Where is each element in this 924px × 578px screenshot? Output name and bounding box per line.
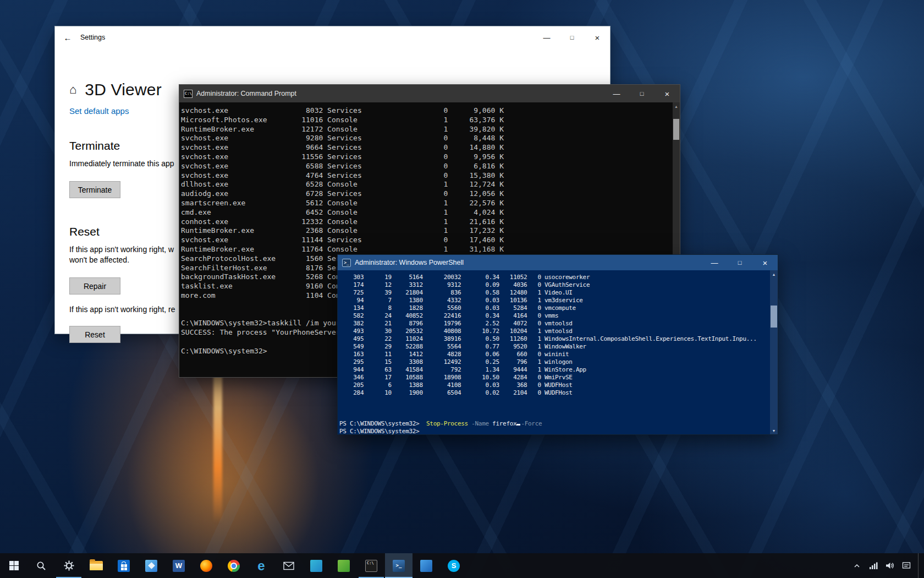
powershell-idle-prompt[interactable]: PS C:\WINDOWS\system32> bbox=[339, 428, 769, 434]
powershell-app-icon: >_ bbox=[342, 259, 351, 267]
desktop: ← Settings — □ × ⌂ 3D Viewer Set default… bbox=[0, 0, 924, 578]
app-icon-teal bbox=[310, 560, 322, 572]
console-line: 944 63 41584 792 1.34 9444 1 WinStore.Ap… bbox=[339, 366, 769, 374]
console-line: 174 12 3312 9312 0.09 4036 0 VGAuthServi… bbox=[339, 281, 769, 289]
scroll-up-icon[interactable]: ▲ bbox=[770, 270, 778, 278]
taskbar-photos-button[interactable] bbox=[138, 553, 165, 578]
ps-token-parameter-name: -Name bbox=[471, 420, 489, 427]
minimize-icon: — bbox=[543, 34, 551, 42]
back-arrow-icon: ← bbox=[64, 33, 72, 42]
repair-description-line1: If this app isn't working right, w bbox=[69, 245, 174, 254]
console-line: Microsoft.Photos.exe 11016 Console 1 63,… bbox=[181, 116, 671, 125]
taskbar-search-button[interactable] bbox=[28, 553, 55, 578]
app-icon-green bbox=[338, 560, 350, 572]
powershell-scrollbar[interactable]: ▲ ▼ bbox=[770, 270, 778, 434]
cmd-titlebar[interactable]: C:\ Administrator: Command Prompt — □ × bbox=[179, 85, 680, 102]
terminate-description: Immediately terminate this app bbox=[69, 159, 174, 168]
console-line: 94 7 1380 4332 0.03 10136 1 vm3dservice bbox=[339, 297, 769, 304]
console-line: 346 17 10588 18908 10.50 4284 0 WmiPrvSE bbox=[339, 374, 769, 381]
repair-button[interactable]: Repair bbox=[69, 277, 120, 295]
console-line: RuntimeBroker.exe 11764 Console 1 31,168… bbox=[181, 245, 671, 254]
console-line bbox=[339, 412, 769, 420]
taskbar-firefox-button[interactable] bbox=[193, 553, 220, 578]
back-button[interactable]: ← bbox=[55, 26, 80, 48]
ps-token-argument: firefox bbox=[492, 420, 516, 427]
photos-icon bbox=[145, 560, 157, 572]
chevron-up-icon bbox=[853, 562, 861, 570]
console-line: RuntimeBroker.exe 12172 Console 1 39,820… bbox=[181, 125, 671, 134]
text-cursor-icon bbox=[516, 424, 520, 426]
maximize-button[interactable]: □ bbox=[559, 26, 585, 48]
taskbar-edge-button[interactable]: e bbox=[248, 553, 275, 578]
start-button[interactable] bbox=[0, 553, 28, 578]
cmd-maximize-button[interactable]: □ bbox=[629, 85, 654, 102]
minimize-icon: — bbox=[711, 259, 718, 267]
console-line: smartscreen.exe 5612 Console 1 22,576 K bbox=[181, 199, 671, 208]
console-line: svchost.exe 8032 Services 0 9,060 K bbox=[181, 106, 671, 116]
console-line: conhost.exe 12332 Console 1 21,616 K bbox=[181, 217, 671, 227]
ps-close-button[interactable]: × bbox=[752, 255, 778, 270]
taskbar-mail-button[interactable] bbox=[275, 553, 302, 578]
cmd-close-button[interactable]: × bbox=[654, 85, 680, 102]
console-line: svchost.exe 9664 Services 0 14,880 K bbox=[181, 143, 671, 152]
console-line bbox=[339, 405, 769, 412]
powershell-titlebar[interactable]: >_ Administrator: Windows PowerShell — □… bbox=[338, 255, 778, 270]
minimize-icon: — bbox=[613, 90, 620, 98]
powershell-console-output[interactable]: 303 19 5164 20032 0.34 11052 0 usocorewo… bbox=[338, 270, 778, 434]
console-line: 495 22 11024 38916 0.50 11260 1 WindowsI… bbox=[339, 335, 769, 343]
taskbar-powershell-button[interactable]: >_ bbox=[385, 553, 413, 578]
ps-token-cmdlet: Stop-Process bbox=[426, 420, 468, 427]
console-line: audiodg.exe 6728 Services 0 12,056 K bbox=[181, 189, 671, 199]
minimize-button[interactable]: — bbox=[534, 26, 559, 48]
gear-icon bbox=[64, 560, 74, 571]
page-title: 3D Viewer bbox=[85, 80, 162, 99]
show-desktop-button[interactable] bbox=[918, 553, 921, 578]
cmd-scrollbar-thumb[interactable] bbox=[673, 119, 679, 140]
taskbar-word-button[interactable]: W bbox=[165, 553, 193, 578]
console-line: 549 29 52288 5564 0.77 9520 1 WindowWalk… bbox=[339, 343, 769, 351]
powershell-command-line[interactable]: PS C:\WINDOWS\system32>Stop-Process-Name… bbox=[339, 420, 769, 428]
reset-heading: Reset bbox=[69, 225, 100, 238]
taskbar-skype-button[interactable]: S bbox=[440, 553, 468, 578]
taskbar-app-button-2[interactable] bbox=[330, 553, 358, 578]
taskbar-file-explorer-button[interactable] bbox=[82, 553, 110, 578]
console-line bbox=[339, 397, 769, 405]
scroll-down-icon[interactable]: ▼ bbox=[770, 427, 778, 434]
network-icon bbox=[869, 562, 878, 570]
firefox-icon bbox=[200, 560, 212, 572]
skype-icon: S bbox=[448, 560, 460, 572]
cmd-minimize-button[interactable]: — bbox=[604, 85, 629, 102]
maximize-icon: □ bbox=[570, 34, 574, 41]
close-button[interactable]: × bbox=[585, 26, 610, 48]
taskbar-app-button-3[interactable] bbox=[413, 553, 440, 578]
taskbar: W e C:\ >_ bbox=[0, 553, 924, 578]
hidden-icons-button[interactable] bbox=[852, 561, 862, 571]
console-line: 163 11 1412 4828 0.06 660 0 wininit bbox=[339, 351, 769, 358]
mail-icon bbox=[283, 561, 294, 570]
console-line: 295 15 3308 12492 0.25 796 1 winlogon bbox=[339, 358, 769, 366]
terminate-button[interactable]: Terminate bbox=[69, 181, 120, 198]
settings-titlebar[interactable]: ← Settings — □ × bbox=[55, 26, 610, 48]
ps-minimize-button[interactable]: — bbox=[702, 255, 727, 270]
console-line: 134 8 1828 5560 0.03 5284 0 vmcompute bbox=[339, 304, 769, 312]
taskbar-settings-button[interactable] bbox=[55, 553, 82, 578]
set-default-apps-link[interactable]: Set default apps bbox=[69, 106, 129, 116]
powershell-scrollbar-thumb[interactable] bbox=[771, 306, 777, 328]
reset-button[interactable]: Reset bbox=[69, 326, 120, 343]
close-icon: × bbox=[665, 89, 670, 99]
taskbar-cmd-button[interactable]: C:\ bbox=[358, 553, 385, 578]
action-center-button[interactable] bbox=[901, 561, 911, 571]
console-line: dllhost.exe 6528 Console 1 12,724 K bbox=[181, 180, 671, 189]
network-tray-button[interactable] bbox=[868, 561, 878, 571]
taskbar-app-button-1[interactable] bbox=[302, 553, 330, 578]
console-line: 205 6 1388 4108 0.03 368 0 WUDFHost bbox=[339, 381, 769, 389]
console-line: 493 30 20532 40808 10.72 10204 1 vmtools… bbox=[339, 328, 769, 335]
home-icon: ⌂ bbox=[69, 84, 76, 96]
volume-tray-button[interactable] bbox=[885, 561, 895, 571]
volume-icon bbox=[886, 561, 894, 570]
powershell-icon: >_ bbox=[393, 560, 405, 572]
scroll-up-icon[interactable]: ▲ bbox=[673, 102, 680, 110]
taskbar-chrome-button[interactable] bbox=[220, 553, 248, 578]
taskbar-store-button[interactable] bbox=[110, 553, 138, 578]
ps-maximize-button[interactable]: □ bbox=[727, 255, 752, 270]
